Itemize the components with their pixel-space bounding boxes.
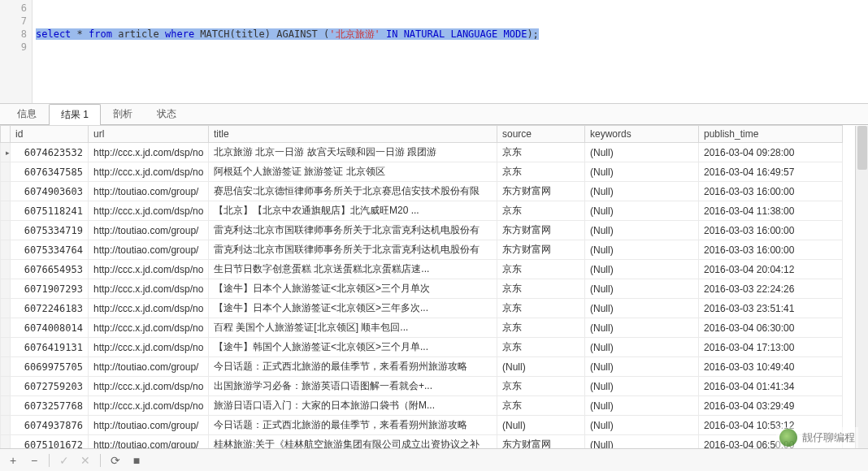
cell-id[interactable]: 6071907293 bbox=[11, 279, 89, 299]
cell-keywords[interactable]: (Null) bbox=[585, 318, 699, 338]
cell-url[interactable]: http://toutiao.com/group/ bbox=[89, 357, 209, 377]
cell-title[interactable]: 【北京】【北京中农通旗舰店】北汽威旺M20 ... bbox=[209, 201, 497, 221]
cell-keywords[interactable]: (Null) bbox=[585, 260, 699, 279]
cell-title[interactable]: 雷克利达:北京市国联律师事务所关于北京雷克利达机电股份有 bbox=[209, 240, 497, 260]
row-handle[interactable] bbox=[1, 240, 11, 260]
cell-url[interactable]: http://ccc.x.jd.com/dsp/no bbox=[89, 279, 209, 299]
table-row[interactable]: 6075118241http://ccc.x.jd.com/dsp/no【北京】… bbox=[1, 201, 843, 221]
cell-source[interactable]: 京东 bbox=[497, 338, 585, 357]
row-handle[interactable] bbox=[1, 377, 11, 396]
cell-id[interactable]: 6075118241 bbox=[11, 201, 89, 221]
row-handle[interactable] bbox=[1, 182, 11, 201]
cell-publish_time[interactable]: 2016-03-04 01:41:34 bbox=[699, 377, 843, 396]
row-handle[interactable] bbox=[1, 338, 11, 357]
scrollbar-thumb[interactable] bbox=[857, 126, 867, 170]
apply-button[interactable]: ✓ bbox=[58, 454, 71, 467]
tab-profile[interactable]: 剖析 bbox=[101, 103, 145, 124]
add-row-button[interactable]: + bbox=[7, 454, 20, 467]
cell-publish_time[interactable]: 2016-03-04 11:38:00 bbox=[699, 201, 843, 221]
cell-source[interactable]: 京东 bbox=[497, 201, 585, 221]
cell-url[interactable]: http://ccc.x.jd.com/dsp/no bbox=[89, 201, 209, 221]
cell-keywords[interactable]: (Null) bbox=[585, 299, 699, 318]
cell-publish_time[interactable]: 2016-03-04 09:28:00 bbox=[699, 143, 843, 162]
cell-source[interactable]: (Null) bbox=[497, 416, 585, 435]
table-row[interactable]: 6076654953http://ccc.x.jd.com/dsp/no生日节日… bbox=[1, 260, 843, 279]
cell-keywords[interactable]: (Null) bbox=[585, 416, 699, 435]
table-row[interactable]: 6074008014http://ccc.x.jd.com/dsp/no百程 美… bbox=[1, 318, 843, 338]
col-source[interactable]: source bbox=[497, 126, 585, 143]
cell-title[interactable]: 北京旅游 北京一日游 故宫天坛颐和园一日游 跟团游 bbox=[209, 143, 497, 162]
cell-keywords[interactable]: (Null) bbox=[585, 338, 699, 357]
row-handle[interactable] bbox=[1, 299, 11, 318]
stop-button[interactable]: ■ bbox=[130, 454, 143, 467]
tab-status[interactable]: 状态 bbox=[145, 103, 189, 124]
cell-url[interactable]: http://toutiao.com/group/ bbox=[89, 182, 209, 201]
refresh-button[interactable]: ⟳ bbox=[109, 454, 122, 467]
row-handle[interactable] bbox=[1, 416, 11, 435]
col-publish-time[interactable]: publish_time bbox=[699, 126, 843, 143]
row-handle[interactable] bbox=[1, 396, 11, 416]
cell-id[interactable]: 6072759203 bbox=[11, 377, 89, 396]
cell-keywords[interactable]: (Null) bbox=[585, 279, 699, 299]
result-grid[interactable]: id url title source keywords publish_tim… bbox=[0, 125, 843, 455]
cell-source[interactable]: 东方财富网 bbox=[497, 221, 585, 240]
cell-url[interactable]: http://ccc.x.jd.com/dsp/no bbox=[89, 299, 209, 318]
table-row[interactable]: 6076347585http://ccc.x.jd.com/dsp/no阿根廷个… bbox=[1, 162, 843, 182]
cell-url[interactable]: http://toutiao.com/group/ bbox=[89, 416, 209, 435]
cell-keywords[interactable]: (Null) bbox=[585, 143, 699, 162]
cell-id[interactable]: 6076654953 bbox=[11, 260, 89, 279]
table-row[interactable]: 6072759203http://ccc.x.jd.com/dsp/no出国旅游… bbox=[1, 377, 843, 396]
cell-source[interactable]: 京东 bbox=[497, 318, 585, 338]
row-handle[interactable] bbox=[1, 162, 11, 182]
cell-keywords[interactable]: (Null) bbox=[585, 162, 699, 182]
table-row[interactable]: 6074937876http://toutiao.com/group/今日话题：… bbox=[1, 416, 843, 435]
tab-info[interactable]: 信息 bbox=[5, 103, 49, 124]
table-row[interactable]: 6073257768http://ccc.x.jd.com/dsp/no旅游日语… bbox=[1, 396, 843, 416]
cell-keywords[interactable]: (Null) bbox=[585, 240, 699, 260]
cell-keywords[interactable]: (Null) bbox=[585, 357, 699, 377]
cell-id[interactable]: 6076419131 bbox=[11, 338, 89, 357]
row-handle[interactable] bbox=[1, 201, 11, 221]
cell-title[interactable]: 【途牛】日本个人旅游签证<北京领区>三个月单次 bbox=[209, 279, 497, 299]
table-row[interactable]: 6076419131http://ccc.x.jd.com/dsp/no【途牛】… bbox=[1, 338, 843, 357]
cell-id[interactable]: 6073257768 bbox=[11, 396, 89, 416]
cell-publish_time[interactable]: 2016-03-03 10:49:40 bbox=[699, 357, 843, 377]
row-handle[interactable] bbox=[1, 279, 11, 299]
cell-source[interactable]: 京东 bbox=[497, 299, 585, 318]
cell-title[interactable]: 雷克利达:北京市国联律师事务所关于北京雷克利达机电股份有 bbox=[209, 221, 497, 240]
table-row[interactable]: 6075334719http://toutiao.com/group/雷克利达:… bbox=[1, 221, 843, 240]
tab-result-1[interactable]: 结果 1 bbox=[49, 104, 101, 125]
cell-publish_time[interactable]: 2016-03-04 17:13:00 bbox=[699, 338, 843, 357]
cell-id[interactable]: 6074937876 bbox=[11, 416, 89, 435]
cell-keywords[interactable]: (Null) bbox=[585, 201, 699, 221]
cell-url[interactable]: http://ccc.x.jd.com/dsp/no bbox=[89, 377, 209, 396]
cell-publish_time[interactable]: 2016-03-03 16:00:00 bbox=[699, 182, 843, 201]
cell-publish_time[interactable]: 2016-03-04 03:29:49 bbox=[699, 396, 843, 416]
row-handle[interactable] bbox=[1, 357, 11, 377]
cell-title[interactable]: 赛思信安:北京德恒律师事务所关于北京赛思信安技术股份有限 bbox=[209, 182, 497, 201]
col-title[interactable]: title bbox=[209, 126, 497, 143]
cell-source[interactable]: 京东 bbox=[497, 143, 585, 162]
cell-source[interactable]: 京东 bbox=[497, 396, 585, 416]
cell-url[interactable]: http://toutiao.com/group/ bbox=[89, 221, 209, 240]
row-handle[interactable] bbox=[1, 260, 11, 279]
cell-title[interactable]: 【途牛】韩国个人旅游签证<北京领区>三个月单... bbox=[209, 338, 497, 357]
row-handle[interactable] bbox=[1, 143, 11, 162]
cancel-button[interactable]: ✕ bbox=[79, 454, 92, 467]
col-keywords[interactable]: keywords bbox=[585, 126, 699, 143]
vertical-scrollbar[interactable] bbox=[855, 126, 868, 451]
cell-keywords[interactable]: (Null) bbox=[585, 396, 699, 416]
cell-publish_time[interactable]: 2016-03-04 16:49:57 bbox=[699, 162, 843, 182]
cell-source[interactable]: 东方财富网 bbox=[497, 182, 585, 201]
cell-publish_time[interactable]: 2016-03-04 20:04:12 bbox=[699, 260, 843, 279]
cell-id[interactable]: 6074903603 bbox=[11, 182, 89, 201]
sql-editor[interactable]: 6 7 8 9 select * from article where MATC… bbox=[0, 0, 868, 104]
cell-keywords[interactable]: (Null) bbox=[585, 182, 699, 201]
col-id[interactable]: id bbox=[11, 126, 89, 143]
cell-publish_time[interactable]: 2016-03-03 16:00:00 bbox=[699, 240, 843, 260]
cell-id[interactable]: 6076347585 bbox=[11, 162, 89, 182]
cell-id[interactable]: 6075334764 bbox=[11, 240, 89, 260]
cell-keywords[interactable]: (Null) bbox=[585, 221, 699, 240]
cell-url[interactable]: http://ccc.x.jd.com/dsp/no bbox=[89, 260, 209, 279]
cell-title[interactable]: 今日话题：正式西北旅游的最佳季节，来看看朔州旅游攻略 bbox=[209, 416, 497, 435]
